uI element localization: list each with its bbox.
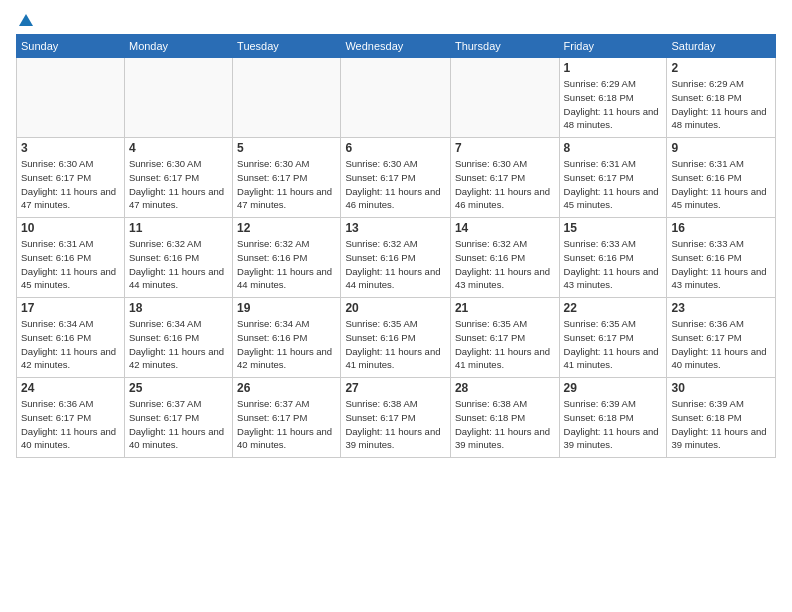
calendar-cell: 28Sunrise: 6:38 AM Sunset: 6:18 PM Dayli… (450, 378, 559, 458)
day-number: 10 (21, 221, 120, 235)
col-header-thursday: Thursday (450, 35, 559, 58)
day-info: Sunrise: 6:35 AM Sunset: 6:17 PM Dayligh… (564, 317, 663, 372)
day-number: 24 (21, 381, 120, 395)
calendar-week-5: 24Sunrise: 6:36 AM Sunset: 6:17 PM Dayli… (17, 378, 776, 458)
col-header-friday: Friday (559, 35, 667, 58)
calendar-cell: 5Sunrise: 6:30 AM Sunset: 6:17 PM Daylig… (233, 138, 341, 218)
day-number: 3 (21, 141, 120, 155)
calendar-cell (450, 58, 559, 138)
day-number: 25 (129, 381, 228, 395)
day-number: 18 (129, 301, 228, 315)
day-info: Sunrise: 6:34 AM Sunset: 6:16 PM Dayligh… (21, 317, 120, 372)
calendar-cell: 9Sunrise: 6:31 AM Sunset: 6:16 PM Daylig… (667, 138, 776, 218)
day-number: 17 (21, 301, 120, 315)
svg-marker-0 (19, 14, 33, 26)
day-info: Sunrise: 6:30 AM Sunset: 6:17 PM Dayligh… (455, 157, 555, 212)
day-info: Sunrise: 6:37 AM Sunset: 6:17 PM Dayligh… (237, 397, 336, 452)
day-number: 15 (564, 221, 663, 235)
calendar-cell: 23Sunrise: 6:36 AM Sunset: 6:17 PM Dayli… (667, 298, 776, 378)
calendar-cell: 14Sunrise: 6:32 AM Sunset: 6:16 PM Dayli… (450, 218, 559, 298)
calendar-header-row: SundayMondayTuesdayWednesdayThursdayFrid… (17, 35, 776, 58)
col-header-wednesday: Wednesday (341, 35, 451, 58)
day-info: Sunrise: 6:31 AM Sunset: 6:17 PM Dayligh… (564, 157, 663, 212)
day-info: Sunrise: 6:30 AM Sunset: 6:17 PM Dayligh… (21, 157, 120, 212)
calendar-cell: 18Sunrise: 6:34 AM Sunset: 6:16 PM Dayli… (124, 298, 232, 378)
day-info: Sunrise: 6:39 AM Sunset: 6:18 PM Dayligh… (564, 397, 663, 452)
day-number: 2 (671, 61, 771, 75)
day-info: Sunrise: 6:33 AM Sunset: 6:16 PM Dayligh… (564, 237, 663, 292)
calendar-cell: 1Sunrise: 6:29 AM Sunset: 6:18 PM Daylig… (559, 58, 667, 138)
calendar-cell: 30Sunrise: 6:39 AM Sunset: 6:18 PM Dayli… (667, 378, 776, 458)
day-info: Sunrise: 6:31 AM Sunset: 6:16 PM Dayligh… (671, 157, 771, 212)
calendar-cell: 4Sunrise: 6:30 AM Sunset: 6:17 PM Daylig… (124, 138, 232, 218)
day-info: Sunrise: 6:32 AM Sunset: 6:16 PM Dayligh… (237, 237, 336, 292)
calendar-cell: 25Sunrise: 6:37 AM Sunset: 6:17 PM Dayli… (124, 378, 232, 458)
day-number: 13 (345, 221, 446, 235)
day-info: Sunrise: 6:39 AM Sunset: 6:18 PM Dayligh… (671, 397, 771, 452)
day-number: 1 (564, 61, 663, 75)
day-info: Sunrise: 6:29 AM Sunset: 6:18 PM Dayligh… (671, 77, 771, 132)
day-number: 12 (237, 221, 336, 235)
calendar-cell: 6Sunrise: 6:30 AM Sunset: 6:17 PM Daylig… (341, 138, 451, 218)
calendar-table: SundayMondayTuesdayWednesdayThursdayFrid… (16, 34, 776, 458)
calendar-cell: 17Sunrise: 6:34 AM Sunset: 6:16 PM Dayli… (17, 298, 125, 378)
page: SundayMondayTuesdayWednesdayThursdayFrid… (0, 0, 792, 612)
day-number: 30 (671, 381, 771, 395)
calendar-cell (233, 58, 341, 138)
day-info: Sunrise: 6:34 AM Sunset: 6:16 PM Dayligh… (237, 317, 336, 372)
day-info: Sunrise: 6:35 AM Sunset: 6:16 PM Dayligh… (345, 317, 446, 372)
calendar-cell: 10Sunrise: 6:31 AM Sunset: 6:16 PM Dayli… (17, 218, 125, 298)
calendar-cell: 26Sunrise: 6:37 AM Sunset: 6:17 PM Dayli… (233, 378, 341, 458)
day-info: Sunrise: 6:29 AM Sunset: 6:18 PM Dayligh… (564, 77, 663, 132)
calendar-cell: 29Sunrise: 6:39 AM Sunset: 6:18 PM Dayli… (559, 378, 667, 458)
col-header-monday: Monday (124, 35, 232, 58)
day-number: 27 (345, 381, 446, 395)
day-info: Sunrise: 6:30 AM Sunset: 6:17 PM Dayligh… (345, 157, 446, 212)
day-info: Sunrise: 6:36 AM Sunset: 6:17 PM Dayligh… (671, 317, 771, 372)
day-info: Sunrise: 6:36 AM Sunset: 6:17 PM Dayligh… (21, 397, 120, 452)
calendar-cell: 12Sunrise: 6:32 AM Sunset: 6:16 PM Dayli… (233, 218, 341, 298)
calendar-cell (17, 58, 125, 138)
calendar-cell: 2Sunrise: 6:29 AM Sunset: 6:18 PM Daylig… (667, 58, 776, 138)
day-number: 6 (345, 141, 446, 155)
day-number: 26 (237, 381, 336, 395)
day-info: Sunrise: 6:38 AM Sunset: 6:17 PM Dayligh… (345, 397, 446, 452)
day-info: Sunrise: 6:34 AM Sunset: 6:16 PM Dayligh… (129, 317, 228, 372)
calendar-cell: 8Sunrise: 6:31 AM Sunset: 6:17 PM Daylig… (559, 138, 667, 218)
day-number: 20 (345, 301, 446, 315)
calendar-cell: 16Sunrise: 6:33 AM Sunset: 6:16 PM Dayli… (667, 218, 776, 298)
calendar-cell: 20Sunrise: 6:35 AM Sunset: 6:16 PM Dayli… (341, 298, 451, 378)
day-number: 28 (455, 381, 555, 395)
day-info: Sunrise: 6:37 AM Sunset: 6:17 PM Dayligh… (129, 397, 228, 452)
day-number: 29 (564, 381, 663, 395)
day-number: 14 (455, 221, 555, 235)
calendar-cell: 27Sunrise: 6:38 AM Sunset: 6:17 PM Dayli… (341, 378, 451, 458)
day-number: 8 (564, 141, 663, 155)
calendar-cell: 13Sunrise: 6:32 AM Sunset: 6:16 PM Dayli… (341, 218, 451, 298)
day-info: Sunrise: 6:33 AM Sunset: 6:16 PM Dayligh… (671, 237, 771, 292)
calendar-cell: 19Sunrise: 6:34 AM Sunset: 6:16 PM Dayli… (233, 298, 341, 378)
calendar-week-2: 3Sunrise: 6:30 AM Sunset: 6:17 PM Daylig… (17, 138, 776, 218)
col-header-saturday: Saturday (667, 35, 776, 58)
day-info: Sunrise: 6:35 AM Sunset: 6:17 PM Dayligh… (455, 317, 555, 372)
day-info: Sunrise: 6:31 AM Sunset: 6:16 PM Dayligh… (21, 237, 120, 292)
day-number: 21 (455, 301, 555, 315)
calendar-cell: 21Sunrise: 6:35 AM Sunset: 6:17 PM Dayli… (450, 298, 559, 378)
calendar-week-1: 1Sunrise: 6:29 AM Sunset: 6:18 PM Daylig… (17, 58, 776, 138)
col-header-tuesday: Tuesday (233, 35, 341, 58)
day-number: 9 (671, 141, 771, 155)
day-number: 23 (671, 301, 771, 315)
calendar-cell: 3Sunrise: 6:30 AM Sunset: 6:17 PM Daylig… (17, 138, 125, 218)
calendar-cell (341, 58, 451, 138)
day-info: Sunrise: 6:30 AM Sunset: 6:17 PM Dayligh… (129, 157, 228, 212)
day-number: 16 (671, 221, 771, 235)
header (16, 12, 776, 26)
day-number: 11 (129, 221, 228, 235)
calendar-cell: 15Sunrise: 6:33 AM Sunset: 6:16 PM Dayli… (559, 218, 667, 298)
col-header-sunday: Sunday (17, 35, 125, 58)
day-info: Sunrise: 6:32 AM Sunset: 6:16 PM Dayligh… (129, 237, 228, 292)
calendar-cell: 22Sunrise: 6:35 AM Sunset: 6:17 PM Dayli… (559, 298, 667, 378)
logo (16, 12, 36, 26)
day-info: Sunrise: 6:30 AM Sunset: 6:17 PM Dayligh… (237, 157, 336, 212)
day-number: 4 (129, 141, 228, 155)
